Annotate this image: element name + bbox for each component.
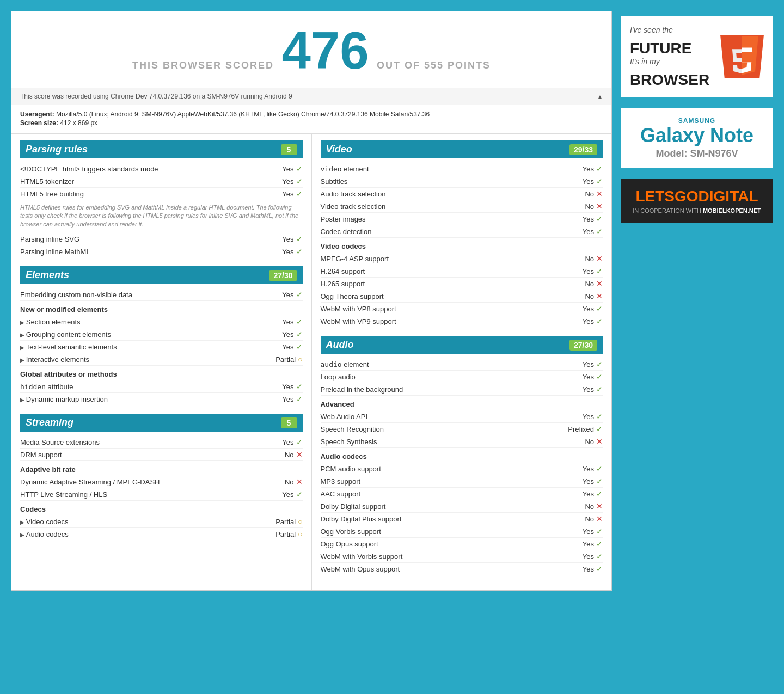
- table-row: Speech Recognition Prefixed ✓: [321, 423, 603, 435]
- test-result: Yes ✓: [259, 189, 303, 198]
- screen-label: Screen size:: [20, 119, 58, 127]
- test-name: Web Audio API: [321, 413, 560, 421]
- table-row: Dynamic Adaptive Streaming / MPEG-DASH N…: [20, 476, 303, 488]
- table-row: Dolby Digital support No ✕: [321, 500, 603, 513]
- score-out-of: OUT OF 555 POINTS: [377, 60, 491, 71]
- table-row: WebM with VP8 support Yes ✓: [321, 303, 603, 315]
- test-name: Poster images: [321, 215, 560, 223]
- video-title: Video: [326, 144, 352, 155]
- test-result: No ✕: [259, 477, 303, 486]
- table-row: HTTP Live Streaming / HLS Yes ✓: [20, 488, 303, 501]
- elements-score: 27/30: [269, 270, 297, 281]
- info-bar-text: This score was recorded using Chrome Dev…: [20, 93, 292, 100]
- table-row: H.264 support Yes ✓: [321, 265, 603, 278]
- table-row: Speech Synthesis No ✕: [321, 435, 603, 448]
- check-icon: ✕: [596, 292, 603, 300]
- check-icon: ✕: [596, 202, 603, 211]
- table-row: Web Audio API Yes ✓: [321, 410, 603, 423]
- brand-name: SAMSUNG: [629, 117, 764, 125]
- test-result: Yes ✓: [559, 360, 603, 369]
- test-result: Yes ✓: [559, 539, 603, 548]
- table-row: Loop audio Yes ✓: [321, 371, 603, 383]
- table-row: WebM with VP9 support Yes ✓: [321, 315, 603, 327]
- parsing-rules-title: Parsing rules: [26, 144, 88, 155]
- table-row: Audio track selection No ✕: [321, 188, 603, 200]
- test-name: HTML5 tree building: [20, 190, 259, 198]
- check-icon: ✓: [296, 177, 303, 186]
- expand-icon[interactable]: ▲: [597, 94, 603, 100]
- test-result: No ✕: [559, 279, 603, 288]
- parsing-rules-score: 5: [281, 144, 297, 155]
- check-icon: ✕: [596, 437, 603, 446]
- table-row: <!DOCTYPE html> triggers standards mode …: [20, 163, 303, 175]
- subsection-title: New or modified elements: [20, 305, 303, 314]
- test-result: Yes ✓: [559, 564, 603, 573]
- streaming-score: 5: [281, 417, 297, 428]
- check-icon: ✕: [296, 450, 303, 459]
- table-row: PCM audio support Yes ✓: [321, 463, 603, 475]
- test-name: Parsing inline SVG: [20, 235, 259, 243]
- check-icon: ✕: [596, 189, 603, 198]
- test-name: Preload in the background: [321, 385, 560, 394]
- video-score: 29/33: [569, 144, 597, 155]
- test-result: Yes ✓: [559, 477, 603, 486]
- table-row: Poster images Yes ✓: [321, 213, 603, 225]
- test-name: HTTP Live Streaming / HLS: [20, 490, 259, 499]
- check-icon: ✓: [596, 425, 603, 433]
- check-icon: ✓: [296, 290, 303, 299]
- check-icon: ✓: [596, 489, 603, 498]
- check-icon: ○: [298, 517, 302, 526]
- table-row: AAC support Yes ✓: [321, 488, 603, 500]
- check-icon: ✓: [596, 227, 603, 236]
- check-icon: ✕: [296, 477, 303, 486]
- audio-title: Audio: [326, 339, 354, 351]
- test-result: Yes ✓: [259, 317, 303, 326]
- table-row: Parsing inline MathML Yes ✓: [20, 245, 303, 257]
- test-name: WebM with Vorbis support: [321, 552, 560, 561]
- test-result: No ✕: [559, 502, 603, 511]
- table-row: Ogg Opus support Yes ✓: [321, 538, 603, 550]
- test-name: H.264 support: [321, 267, 560, 275]
- future-text: FUTURE: [630, 40, 709, 57]
- test-result: Yes ✓: [259, 177, 303, 186]
- test-name: hidden attribute: [20, 383, 259, 391]
- table-row: WebM with Vorbis support Yes ✓: [321, 550, 603, 563]
- test-result: No ✕: [259, 450, 303, 459]
- check-icon: ✓: [296, 395, 303, 403]
- test-name: Dolby Digital support: [321, 502, 560, 511]
- subsection-title: Global attributes or methods: [20, 370, 303, 378]
- check-icon: ✓: [596, 564, 603, 573]
- device-brand-section: SAMSUNG Galaxy Note Model: SM-N976V: [621, 108, 773, 169]
- its-in-my-text: It's in my: [630, 57, 709, 67]
- test-name: Embedding custom non-visible data: [20, 291, 259, 299]
- html5-logo-icon: [720, 35, 764, 78]
- check-icon: ✓: [596, 177, 603, 186]
- check-icon: ✓: [596, 304, 603, 313]
- video-header: Video 29/33: [321, 140, 603, 158]
- test-result: Yes ✓: [259, 382, 303, 391]
- test-result: Yes ✓: [559, 489, 603, 498]
- streaming-header: Streaming 5: [20, 414, 303, 432]
- test-result: No ✕: [559, 292, 603, 300]
- section-video: Video 29/33 video element Yes ✓ Subtitle…: [321, 140, 603, 327]
- table-row: Media Source extensions Yes ✓: [20, 436, 303, 449]
- subsection-title: Advanced: [321, 400, 603, 408]
- test-result: No ✕: [559, 514, 603, 523]
- test-name: audio element: [321, 360, 560, 369]
- parsing-note: HTML5 defines rules for embedding SVG an…: [20, 204, 303, 229]
- table-row: Video codecs Partial ○: [20, 515, 303, 528]
- check-icon: ✓: [296, 382, 303, 391]
- test-name: MP3 support: [321, 477, 560, 486]
- test-name: DRM support: [20, 451, 259, 459]
- test-name: H.265 support: [321, 280, 560, 288]
- check-icon: ✓: [296, 164, 303, 173]
- test-result: Yes ✓: [259, 330, 303, 339]
- test-name: Audio track selection: [321, 190, 560, 198]
- letsgo-digital-section: LETSGODIGITAL IN COOPERATION WITH MOBIEL…: [621, 179, 773, 223]
- table-row: Subtitles Yes ✓: [321, 175, 603, 188]
- test-name: Subtitles: [321, 177, 560, 186]
- subsection-title: Video codecs: [321, 242, 603, 250]
- check-icon: ✓: [296, 342, 303, 351]
- table-row: Dynamic markup insertion Yes ✓: [20, 393, 303, 405]
- test-result: No ✕: [559, 202, 603, 211]
